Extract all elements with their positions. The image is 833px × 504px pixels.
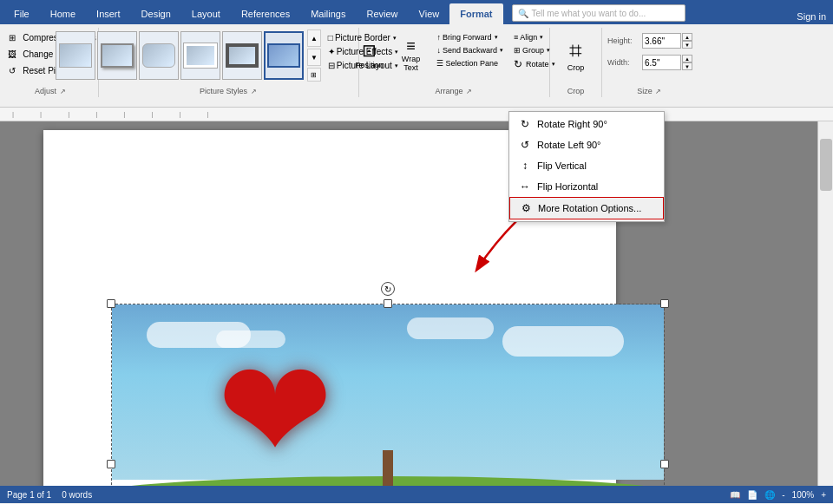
size-group-content: Height: ▲ ▼ Width: ▲ ▼: [607, 28, 692, 87]
handle-middle-left[interactable]: [107, 460, 115, 468]
align-icon: ≡: [514, 33, 518, 42]
height-input[interactable]: [642, 33, 681, 49]
selection-pane-button[interactable]: ☰ Selection Pane: [433, 57, 502, 69]
height-label: Height:: [607, 36, 642, 45]
position-icon: ⊡: [362, 42, 377, 59]
tab-home[interactable]: Home: [40, 3, 86, 24]
size-expand-icon[interactable]: ↗: [654, 87, 663, 95]
more-rotation-icon: ⚙: [519, 201, 533, 215]
picture-border-icon: □: [328, 33, 333, 43]
arrange-expand-icon[interactable]: ↗: [465, 87, 474, 95]
heart-crown: ❤: [188, 333, 362, 486]
picture-styles-label: Picture Styles ↗: [104, 87, 353, 97]
reset-picture-icon: ↺: [5, 63, 19, 77]
ribbon: ⊞ Compress Pictures 🖼 Change Picture ↺ R…: [0, 24, 833, 108]
crop-group-label: Crop: [555, 87, 596, 97]
width-input[interactable]: [642, 55, 681, 70]
width-spin-down[interactable]: ▼: [682, 62, 692, 70]
tab-references[interactable]: References: [231, 3, 300, 24]
style-thumb-4[interactable]: [180, 31, 220, 80]
heart-shape: ❤: [217, 342, 333, 481]
more-rotation-options-item[interactable]: ⚙ More Rotation Options...: [509, 197, 664, 219]
tree-trunk: [383, 450, 393, 486]
cloud-3: [407, 317, 494, 339]
page-count: Page 1 of 1: [7, 490, 51, 500]
handle-top-right[interactable]: [660, 299, 669, 308]
rotate-left-90-item[interactable]: ↺ Rotate Left 90°: [509, 134, 664, 155]
crop-group-content: ⌗ Crop: [554, 28, 599, 87]
tab-view[interactable]: View: [409, 3, 450, 24]
picture-styles-group: ▲ ▼ ⊞ □ Picture Border ▾ ✦ Picture Effec…: [99, 28, 359, 97]
flip-horizontal-item[interactable]: ↔ Flip Horizontal: [509, 176, 664, 197]
style-thumb-1[interactable]: [56, 31, 95, 80]
handle-middle-right[interactable]: [660, 460, 669, 468]
position-button[interactable]: ⊡ Position: [350, 29, 388, 82]
arrange-group: ⊡ Position ≡ WrapText ↑ Bring Forward ▾: [359, 28, 550, 97]
styles-more[interactable]: ⊞: [307, 68, 321, 82]
size-group-label: Size ↗: [607, 87, 692, 97]
tab-design[interactable]: Design: [131, 3, 181, 24]
style-thumb-3[interactable]: [139, 31, 179, 80]
compress-icon: ⊞: [5, 30, 19, 44]
send-backward-button[interactable]: ↓ Send Backward ▾: [433, 44, 507, 56]
view-read-icon[interactable]: 📖: [730, 490, 740, 500]
rotate-handle[interactable]: ↻: [381, 282, 395, 296]
selected-image-container[interactable]: ❤ ↻: [111, 304, 665, 486]
styles-expand-icon[interactable]: ↗: [249, 87, 258, 95]
ribbon-search-box[interactable]: 🔍 Tell me what you want to do...: [512, 4, 685, 22]
view-web-icon[interactable]: 🌐: [764, 490, 775, 500]
handle-top-middle[interactable]: [384, 299, 392, 308]
document-area: ❤ ↻: [0, 121, 833, 486]
height-field: Height: ▲ ▼: [607, 33, 692, 49]
height-spinners: ▲ ▼: [682, 33, 692, 49]
group-button[interactable]: ⊞ Group ▾: [510, 44, 554, 56]
height-spin-down[interactable]: ▼: [682, 41, 692, 49]
rotate-dropdown-menu: ↻ Rotate Right 90° ↺ Rotate Left 90° ↕ F…: [508, 111, 665, 222]
height-spin-up[interactable]: ▲: [682, 33, 692, 41]
adjust-expand-icon[interactable]: ↗: [58, 87, 67, 95]
arrange-row-1: ↑ Bring Forward ▾: [433, 31, 507, 43]
handle-top-left[interactable]: [107, 299, 115, 308]
style-thumb-6[interactable]: [264, 31, 304, 80]
tab-layout[interactable]: Layout: [181, 3, 231, 24]
send-backward-icon: ↓: [436, 46, 441, 55]
crop-group: ⌗ Crop Crop: [550, 28, 602, 97]
scrollbar-thumb[interactable]: [820, 139, 832, 191]
ribbon-tabs: File Home Insert Design Layout Reference…: [0, 0, 833, 24]
align-button[interactable]: ≡ Align ▾: [510, 31, 547, 43]
picture-effects-icon: ✦: [328, 47, 335, 56]
arrange-group-content: ⊡ Position ≡ WrapText ↑ Bring Forward ▾: [350, 28, 558, 87]
tab-format[interactable]: Format: [449, 3, 502, 24]
style-thumb-5[interactable]: [222, 31, 262, 80]
rotate-left-icon: ↺: [518, 138, 532, 152]
styles-scroll-down[interactable]: ▼: [307, 49, 321, 66]
signin-button[interactable]: Sign in: [797, 11, 826, 22]
status-bar: Page 1 of 1 0 words 📖 📄 🌐 - 100% +: [0, 486, 833, 503]
styles-scroll-up[interactable]: ▲: [307, 29, 321, 47]
search-placeholder: Tell me what you want to do...: [532, 9, 646, 18]
tab-mailings[interactable]: Mailings: [300, 3, 356, 24]
style-thumbnails: ▲ ▼ ⊞: [56, 29, 321, 82]
wrap-text-button[interactable]: ≡ WrapText: [391, 29, 430, 82]
horizontal-ruler: | | | | | | | |: [0, 108, 833, 121]
arrange-group-label: Arrange ↗: [364, 87, 544, 97]
zoom-level: 100%: [792, 490, 815, 500]
view-print-icon[interactable]: 📄: [747, 490, 758, 500]
wrap-text-icon: ≡: [406, 38, 416, 54]
arrange-section: ↑ Bring Forward ▾ ↓ Send Backward ▾: [433, 31, 507, 70]
size-group: Height: ▲ ▼ Width: ▲ ▼ Size: [602, 28, 698, 97]
zoom-out-button[interactable]: -: [782, 490, 784, 500]
flip-vertical-item[interactable]: ↕ Flip Vertical: [509, 155, 664, 176]
bring-forward-button[interactable]: ↑ Bring Forward ▾: [433, 31, 501, 43]
ribbon-content: ⊞ Compress Pictures 🖼 Change Picture ↺ R…: [0, 24, 833, 107]
width-spin-up[interactable]: ▲: [682, 55, 692, 62]
tab-insert[interactable]: Insert: [86, 3, 131, 24]
crop-button[interactable]: ⌗ Crop: [554, 29, 599, 82]
zoom-in-button[interactable]: +: [821, 490, 826, 500]
style-thumb-2[interactable]: [97, 31, 137, 80]
selection-pane-icon: ☰: [436, 59, 443, 68]
tab-file[interactable]: File: [3, 3, 40, 24]
tab-review[interactable]: Review: [357, 3, 409, 24]
rotate-right-icon: ↻: [518, 117, 532, 131]
rotate-right-90-item[interactable]: ↻ Rotate Right 90°: [509, 114, 664, 134]
